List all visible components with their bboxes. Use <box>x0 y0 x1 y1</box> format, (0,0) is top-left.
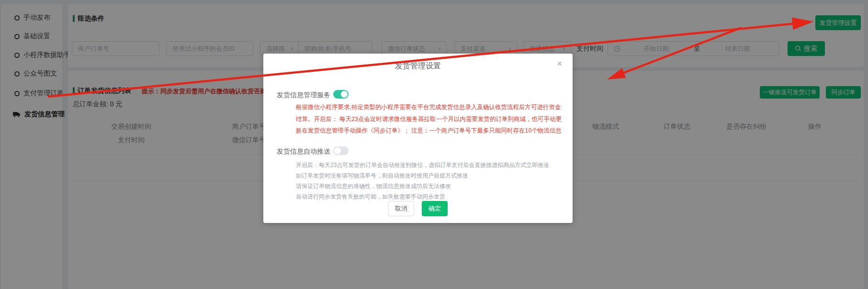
shipping-manage-settings-dialog: 发货管理设置 × 发货信息管理服务 根据微信小程序要求,特定类型的小程序需要在平… <box>263 54 573 223</box>
auto-push-toggle[interactable] <box>333 146 349 155</box>
close-icon[interactable]: × <box>557 59 562 68</box>
service-label: 发货信息管理服务 <box>277 91 330 100</box>
dialog-title: 发货管理设置 <box>263 61 573 71</box>
auto-push-label: 发货信息自动推送 <box>277 147 330 156</box>
service-description: 根据微信小程序要求,特定类型的小程序需要在平台完成发货信息录入及确认收货流程后方… <box>296 101 571 137</box>
toggle-knob <box>334 147 341 154</box>
confirm-button[interactable]: 确定 <box>422 201 448 216</box>
cancel-button[interactable]: 取消 <box>388 201 414 216</box>
auto-push-description: 开启后：每天23点可发货的订单会自动推送到微信，虚拟订单支付后会直接按虚拟商品方… <box>296 160 571 202</box>
service-toggle[interactable] <box>333 90 349 99</box>
toggle-knob <box>341 91 348 98</box>
